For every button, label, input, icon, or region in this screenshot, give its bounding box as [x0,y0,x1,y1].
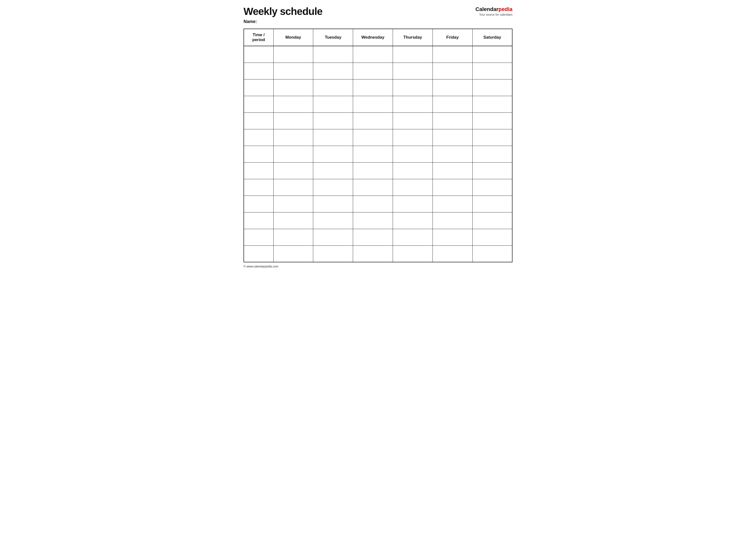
day-cell[interactable] [433,96,472,112]
time-cell[interactable] [244,229,273,245]
day-cell[interactable] [313,229,353,245]
day-cell[interactable] [472,112,512,129]
day-cell[interactable] [472,79,512,96]
day-cell[interactable] [353,63,393,79]
day-cell[interactable] [393,245,433,262]
day-cell[interactable] [353,79,393,96]
day-cell[interactable] [472,162,512,179]
day-cell[interactable] [273,96,313,112]
day-cell[interactable] [353,129,393,146]
time-cell[interactable] [244,245,273,262]
day-cell[interactable] [313,245,353,262]
table-row [244,245,512,262]
table-header-row: Time / period Monday Tuesday Wednesday T… [244,29,512,46]
day-cell[interactable] [393,129,433,146]
time-cell[interactable] [244,196,273,212]
day-cell[interactable] [273,245,313,262]
day-cell[interactable] [273,63,313,79]
day-cell[interactable] [313,162,353,179]
time-cell[interactable] [244,129,273,146]
day-cell[interactable] [313,212,353,229]
day-cell[interactable] [433,196,472,212]
day-cell[interactable] [433,229,472,245]
day-cell[interactable] [353,162,393,179]
day-cell[interactable] [393,112,433,129]
day-cell[interactable] [353,245,393,262]
day-cell[interactable] [273,212,313,229]
day-cell[interactable] [273,112,313,129]
day-cell[interactable] [433,112,472,129]
day-cell[interactable] [273,196,313,212]
day-cell[interactable] [313,112,353,129]
day-cell[interactable] [393,162,433,179]
day-cell[interactable] [472,63,512,79]
time-cell[interactable] [244,212,273,229]
day-cell[interactable] [393,229,433,245]
day-cell[interactable] [433,212,472,229]
day-cell[interactable] [313,196,353,212]
day-cell[interactable] [313,129,353,146]
day-cell[interactable] [433,46,472,63]
day-cell[interactable] [393,79,433,96]
day-cell[interactable] [273,179,313,196]
table-row [244,196,512,212]
time-cell[interactable] [244,146,273,162]
day-cell[interactable] [313,79,353,96]
day-cell[interactable] [472,179,512,196]
day-cell[interactable] [433,179,472,196]
col-header-wednesday: Wednesday [353,29,393,46]
day-cell[interactable] [393,96,433,112]
day-cell[interactable] [433,146,472,162]
day-cell[interactable] [433,63,472,79]
col-header-monday: Monday [273,29,313,46]
day-cell[interactable] [353,179,393,196]
time-cell[interactable] [244,79,273,96]
day-cell[interactable] [393,196,433,212]
day-cell[interactable] [313,146,353,162]
day-cell[interactable] [353,96,393,112]
day-cell[interactable] [472,229,512,245]
name-label: Name: [244,19,323,24]
day-cell[interactable] [433,79,472,96]
day-cell[interactable] [313,63,353,79]
time-cell[interactable] [244,63,273,79]
day-cell[interactable] [393,146,433,162]
day-cell[interactable] [353,229,393,245]
day-cell[interactable] [313,179,353,196]
table-row [244,46,512,63]
day-cell[interactable] [393,46,433,63]
day-cell[interactable] [273,129,313,146]
day-cell[interactable] [313,46,353,63]
day-cell[interactable] [472,212,512,229]
day-cell[interactable] [472,196,512,212]
time-cell[interactable] [244,96,273,112]
logo-tagline: Your source for calendars [475,13,512,17]
day-cell[interactable] [273,79,313,96]
time-cell[interactable] [244,112,273,129]
time-cell[interactable] [244,46,273,63]
day-cell[interactable] [273,229,313,245]
day-cell[interactable] [353,212,393,229]
time-cell[interactable] [244,179,273,196]
day-cell[interactable] [353,146,393,162]
day-cell[interactable] [472,245,512,262]
day-cell[interactable] [433,162,472,179]
day-cell[interactable] [433,129,472,146]
day-cell[interactable] [273,162,313,179]
day-cell[interactable] [273,46,313,63]
day-cell[interactable] [353,196,393,212]
day-cell[interactable] [273,146,313,162]
day-cell[interactable] [472,146,512,162]
time-cell[interactable] [244,162,273,179]
day-cell[interactable] [313,96,353,112]
day-cell[interactable] [472,46,512,63]
col-header-thursday: Thursday [393,29,433,46]
day-cell[interactable] [393,212,433,229]
day-cell[interactable] [472,96,512,112]
day-cell[interactable] [353,112,393,129]
day-cell[interactable] [433,245,472,262]
day-cell[interactable] [393,179,433,196]
day-cell[interactable] [353,46,393,63]
day-cell[interactable] [472,129,512,146]
day-cell[interactable] [393,63,433,79]
